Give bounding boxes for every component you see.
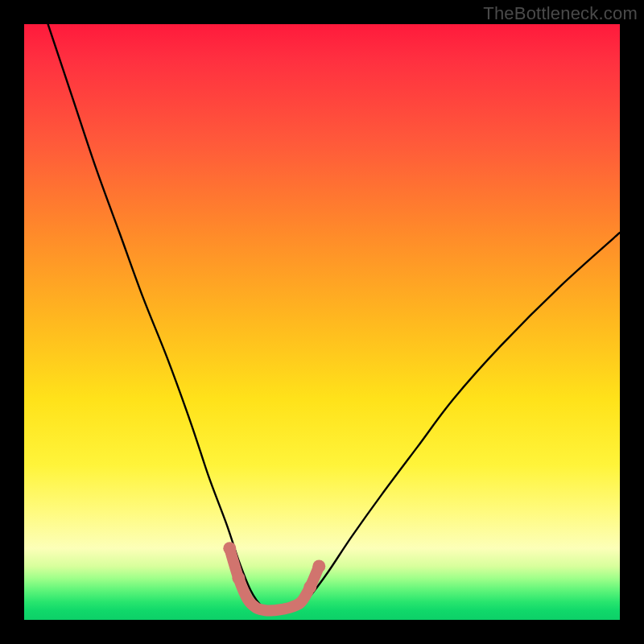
curve-layer (24, 24, 620, 620)
bottleneck-curve (48, 24, 620, 611)
plot-area (24, 24, 620, 620)
chart-frame: TheBottleneck.com (0, 0, 644, 644)
trough-dot (303, 580, 316, 593)
trough-dot (223, 542, 236, 555)
watermark-text: TheBottleneck.com (483, 3, 638, 24)
trough-dot (232, 572, 245, 584)
trough-dot (312, 559, 325, 572)
